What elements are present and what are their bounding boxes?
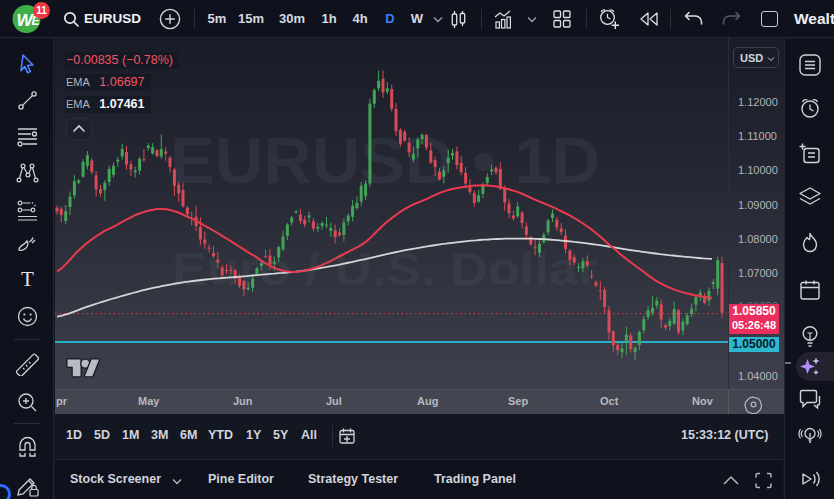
svg-text:EURUSD • 1D: EURUSD • 1D (170, 125, 600, 197)
svg-text:Euro / U.S. Dollar: Euro / U.S. Dollar (172, 243, 598, 295)
